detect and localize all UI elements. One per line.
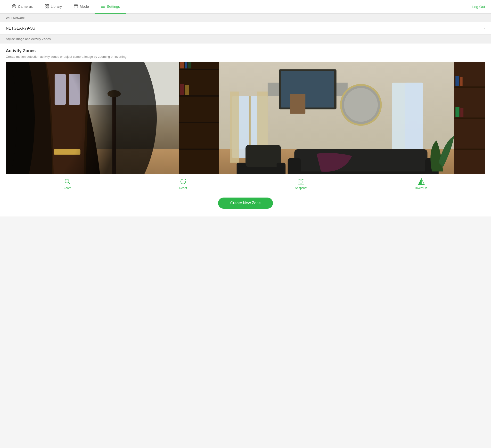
camera-icon	[12, 4, 17, 9]
activity-zones-section: Activity Zones Create motion detection a…	[0, 43, 491, 174]
snapshot-icon	[298, 178, 304, 185]
svg-rect-5	[47, 7, 49, 8]
wifi-section-header: WiFi Network	[0, 14, 491, 22]
library-icon	[44, 4, 49, 9]
snapshot-label: Snapshot	[295, 186, 307, 190]
mode-icon	[74, 4, 78, 9]
reset-button[interactable]: Reset	[179, 178, 187, 190]
zoom-icon	[64, 178, 71, 185]
invert-button[interactable]: Invert Off	[415, 178, 427, 190]
nav-settings-label: Settings	[107, 4, 120, 9]
svg-rect-38	[230, 92, 239, 162]
wifi-section-label: WiFi Network	[6, 16, 25, 20]
nav-library-label: Library	[51, 4, 62, 9]
create-new-zone-button[interactable]: Create New Zone	[218, 198, 273, 209]
svg-point-44	[344, 88, 378, 122]
nav-settings[interactable]: Settings	[94, 0, 126, 14]
svg-rect-42	[281, 71, 334, 107]
svg-rect-34	[180, 84, 184, 95]
svg-rect-75	[298, 180, 304, 184]
svg-rect-64	[455, 107, 459, 117]
svg-rect-51	[276, 162, 285, 174]
adjust-section-header: Adjust Image and Activity Zones	[0, 35, 491, 43]
camera-feed-container	[6, 62, 485, 174]
svg-rect-62	[455, 76, 459, 86]
reset-icon	[180, 178, 187, 185]
svg-rect-25	[179, 62, 219, 174]
svg-point-0	[12, 5, 16, 8]
svg-rect-32	[185, 62, 187, 68]
invert-icon	[418, 178, 425, 185]
room-scene-svg	[6, 62, 485, 174]
svg-rect-31	[180, 62, 184, 68]
settings-icon	[100, 4, 105, 9]
reset-label: Reset	[179, 186, 187, 190]
svg-rect-3	[47, 5, 49, 6]
zoom-button[interactable]: Zoom	[64, 178, 71, 190]
svg-point-1	[13, 6, 15, 7]
invert-label: Invert Off	[415, 186, 427, 190]
navigation: Cameras Library Mode	[0, 0, 491, 14]
svg-line-72	[68, 182, 70, 184]
wifi-network-name: NETGEAR79-5G	[6, 26, 35, 31]
camera-feed	[6, 62, 485, 174]
activity-zones-description: Create motion detection activity zones o…	[6, 55, 485, 58]
svg-rect-63	[460, 77, 463, 86]
nav-mode[interactable]: Mode	[68, 0, 95, 14]
camera-toolbar: Zoom Reset Snapshot Invert Off	[0, 174, 491, 194]
svg-rect-54	[288, 158, 301, 174]
nav-mode-label: Mode	[80, 4, 89, 9]
svg-point-76	[300, 181, 302, 183]
svg-rect-49	[246, 145, 281, 167]
logout-button[interactable]: Log Out	[472, 5, 485, 9]
svg-rect-53	[294, 149, 427, 171]
svg-rect-69	[290, 94, 305, 114]
create-zone-section: Create New Zone	[0, 194, 491, 217]
svg-rect-65	[460, 108, 463, 117]
nav-library[interactable]: Library	[38, 0, 68, 14]
adjust-section-label: Adjust Image and Activity Zones	[6, 37, 51, 41]
wifi-chevron-icon: ›	[484, 26, 485, 31]
wifi-network-row[interactable]: NETGEAR79-5G ›	[0, 22, 491, 35]
nav-cameras[interactable]: Cameras	[6, 0, 38, 14]
zoom-label: Zoom	[64, 186, 71, 190]
svg-rect-2	[45, 5, 46, 6]
svg-rect-35	[185, 85, 189, 95]
svg-rect-33	[188, 62, 191, 68]
activity-zones-title: Activity Zones	[6, 48, 485, 53]
snapshot-button[interactable]: Snapshot	[295, 178, 307, 190]
nav-cameras-label: Cameras	[18, 4, 33, 9]
svg-rect-50	[236, 162, 246, 174]
svg-rect-4	[45, 7, 46, 8]
